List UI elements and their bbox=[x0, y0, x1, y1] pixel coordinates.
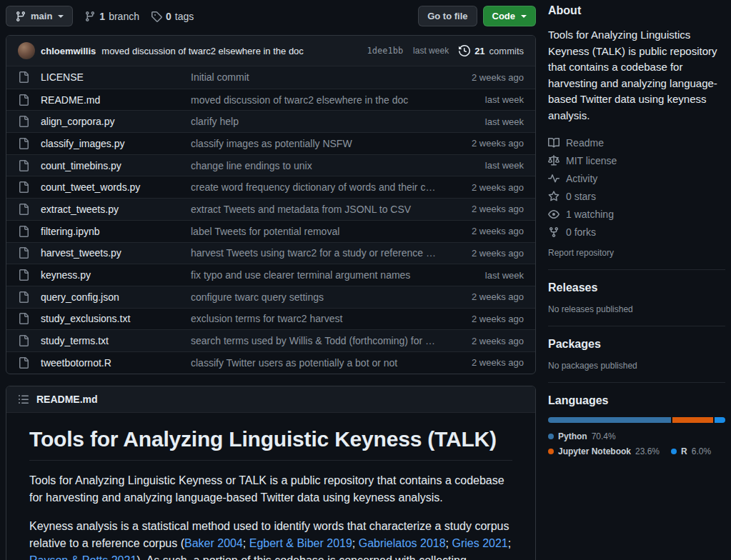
file-commit-message-link[interactable]: harvest Tweets using twarc2 for a study … bbox=[191, 247, 445, 259]
branch-selector-button[interactable]: main bbox=[6, 6, 73, 26]
file-commit-time: 2 weeks ago bbox=[445, 248, 524, 259]
file-rows: LICENSE Initial commit 2 weeks ago READM… bbox=[6, 66, 535, 374]
paragraph-text: ; bbox=[508, 537, 511, 549]
file-commit-time: 2 weeks ago bbox=[445, 72, 524, 83]
file-commit-message-link[interactable]: classify Twitter users as potentially a … bbox=[191, 357, 445, 369]
paragraph-text: ; bbox=[352, 537, 359, 549]
file-commit-message-link[interactable]: Initial commit bbox=[191, 71, 445, 83]
current-branch-label: main bbox=[31, 11, 52, 21]
file-icon bbox=[18, 226, 29, 237]
activity-link[interactable]: Activity bbox=[548, 169, 725, 187]
file-name-link[interactable]: harvest_tweets.py bbox=[41, 247, 191, 259]
file-name-link[interactable]: count_tweet_words.py bbox=[41, 181, 191, 193]
file-icon bbox=[18, 269, 29, 281]
file-commit-time: 2 weeks ago bbox=[445, 204, 524, 214]
file-name-link[interactable]: query_config.json bbox=[41, 291, 191, 303]
file-name-link[interactable]: extract_tweets.py bbox=[41, 204, 191, 215]
commit-history-link[interactable]: 21 commits bbox=[459, 45, 524, 56]
citation-link-gabrielatos-2018[interactable]: Gabrielatos 2018 bbox=[359, 537, 446, 549]
file-commit-message-link[interactable]: clarify help bbox=[191, 116, 445, 127]
file-commit-time: 2 weeks ago bbox=[445, 336, 524, 346]
file-commit-message-link[interactable]: label Tweets for potential removal bbox=[191, 226, 445, 237]
lang-bar-segment-python[interactable] bbox=[548, 417, 671, 423]
lang-name: Jupyter Notebook bbox=[558, 446, 631, 456]
list-icon[interactable] bbox=[18, 394, 29, 405]
meta-label: 1 watching bbox=[566, 209, 614, 220]
lang-bar-segment-r[interactable] bbox=[715, 417, 725, 423]
forks-link[interactable]: 0 forks bbox=[548, 223, 725, 241]
citation-link-egbert-biber-2019[interactable]: Egbert & Biber 2019 bbox=[249, 537, 352, 549]
latest-commit-message-link[interactable]: moved discussion of twarc2 elsewhere in … bbox=[101, 46, 304, 56]
repo-page: main 1 branch 0 tags Go to file Code bbox=[0, 0, 731, 560]
readme-header: README.md bbox=[6, 386, 535, 413]
sidebar-divider bbox=[548, 382, 725, 383]
file-name-link[interactable]: classify_images.py bbox=[41, 138, 191, 149]
language-item-jupyter-notebook[interactable]: Jupyter Notebook 23.6% bbox=[548, 446, 660, 456]
report-repository-link[interactable]: Report repository bbox=[548, 248, 614, 258]
file-commit-time: 2 weeks ago bbox=[445, 138, 524, 149]
file-name-link[interactable]: align_corpora.py bbox=[41, 116, 191, 127]
watching-link[interactable]: 1 watching bbox=[548, 205, 725, 223]
citation-link-baker-2004[interactable]: Baker 2004 bbox=[184, 537, 243, 549]
file-commit-time: last week bbox=[445, 94, 524, 105]
stars-link[interactable]: 0 stars bbox=[548, 187, 725, 205]
license-link[interactable]: MIT license bbox=[548, 151, 725, 169]
file-name-link[interactable]: filtering.ipynb bbox=[41, 226, 191, 237]
branches-label: branch bbox=[109, 11, 139, 22]
lang-bar-segment-jupyter[interactable] bbox=[672, 417, 714, 423]
about-title: About bbox=[548, 4, 725, 17]
file-commit-message-link[interactable]: classify images as potentially NSFW bbox=[191, 138, 445, 149]
file-commit-message-link[interactable]: exclusion terms for twarc2 harvest bbox=[191, 313, 445, 324]
tags-link[interactable]: 0 tags bbox=[151, 11, 194, 22]
file-commit-message-link[interactable]: configure twarc query settings bbox=[191, 291, 445, 303]
file-name-link[interactable]: LICENSE bbox=[41, 71, 191, 83]
book-icon bbox=[548, 137, 560, 149]
language-item-r[interactable]: R 6.0% bbox=[671, 446, 711, 456]
file-commit-message-link[interactable]: create word frequency dictionary of word… bbox=[191, 181, 445, 193]
file-name-link[interactable]: study_exclusions.txt bbox=[41, 313, 191, 324]
tag-icon bbox=[151, 11, 162, 22]
citation-link-gries-2021[interactable]: Gries 2021 bbox=[452, 537, 507, 549]
commits-label: commits bbox=[489, 46, 524, 56]
lang-percent: 6.0% bbox=[692, 446, 711, 456]
languages-bar bbox=[548, 417, 725, 423]
file-name-link[interactable]: keyness.py bbox=[41, 269, 191, 281]
branch-icon bbox=[84, 11, 96, 22]
meta-label: 0 stars bbox=[566, 191, 596, 202]
file-commit-time: 2 weeks ago bbox=[445, 314, 524, 324]
file-commit-time: 2 weeks ago bbox=[445, 291, 524, 302]
file-commit-time: 2 weeks ago bbox=[445, 226, 524, 236]
file-row: extract_tweets.py extract Tweets and met… bbox=[6, 198, 535, 220]
branches-link[interactable]: 1 branch bbox=[84, 11, 139, 22]
lang-name: Python bbox=[558, 431, 587, 441]
lang-percent: 23.6% bbox=[635, 446, 660, 456]
commit-author-link[interactable]: chloemwillis bbox=[41, 46, 96, 56]
file-row: count_tweet_words.py create word frequen… bbox=[6, 176, 535, 198]
author-avatar[interactable] bbox=[18, 42, 35, 59]
citation-link-rayson-potts-2021[interactable]: Rayson & Potts 2021 bbox=[29, 554, 136, 560]
commit-hash-link[interactable]: 1dee1bb bbox=[367, 46, 404, 56]
readme-link[interactable]: Readme bbox=[548, 134, 725, 151]
file-icon bbox=[18, 204, 29, 215]
file-name-link[interactable]: count_timebins.py bbox=[41, 160, 191, 171]
sidebar-divider bbox=[548, 269, 725, 270]
readme-title: Tools for Analyzing Linguistic Keyness (… bbox=[29, 427, 512, 461]
file-commit-message-link[interactable]: change line endings to unix bbox=[191, 160, 445, 171]
file-name-link[interactable]: README.md bbox=[41, 94, 191, 106]
file-name-link[interactable]: tweetbotornot.R bbox=[41, 357, 191, 369]
file-commit-time: 2 weeks ago bbox=[445, 357, 524, 368]
file-row: count_timebins.py change line endings to… bbox=[6, 154, 535, 176]
code-button[interactable]: Code bbox=[483, 6, 537, 26]
history-icon bbox=[459, 45, 470, 56]
file-name-link[interactable]: study_terms.txt bbox=[41, 335, 191, 346]
go-to-file-button[interactable]: Go to file bbox=[418, 6, 477, 26]
file-commit-message-link[interactable]: extract Tweets and metadata from JSONL t… bbox=[191, 204, 445, 215]
file-commit-time: 2 weeks ago bbox=[445, 182, 524, 193]
file-commit-message-link[interactable]: fix typo and use clearer terminal argume… bbox=[191, 269, 445, 281]
meta-label: MIT license bbox=[566, 155, 617, 166]
readme-paragraph-1: Tools for Analyzing Linguistic Keyness o… bbox=[29, 472, 512, 506]
file-commit-message-link[interactable]: search terms used by Willis & Todd (fort… bbox=[191, 335, 445, 346]
language-item-python[interactable]: Python 70.4% bbox=[548, 431, 616, 441]
file-commit-message-link[interactable]: moved discussion of twarc2 elsewhere in … bbox=[191, 94, 445, 106]
file-table: chloemwillis moved discussion of twarc2 … bbox=[6, 35, 536, 374]
